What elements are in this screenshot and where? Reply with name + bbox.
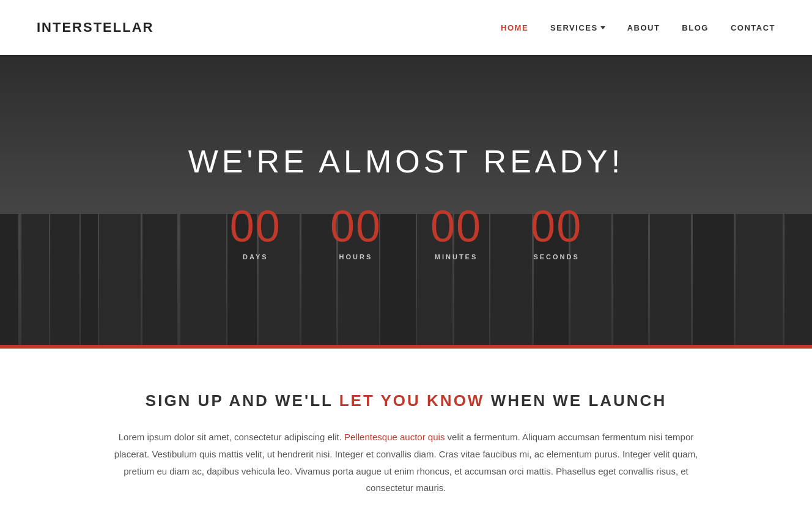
main-nav: HOME SERVICES ABOUT BLOG CONTACT	[501, 23, 775, 32]
seconds-label: SECONDS	[533, 253, 579, 261]
minutes-value: 00	[430, 204, 482, 248]
countdown-days: 00 DAYS	[230, 204, 281, 261]
heading-part2: WHEN WE LAUNCH	[491, 391, 667, 410]
days-value: 00	[230, 204, 281, 248]
hours-value: 00	[330, 204, 382, 248]
signup-section: SIGN UP AND WE'LL LET YOU KNOW WHEN WE L…	[0, 349, 812, 510]
nav-home[interactable]: HOME	[501, 23, 528, 32]
countdown-minutes: 00 MINUTES	[430, 204, 482, 261]
chevron-down-icon	[600, 26, 605, 29]
site-logo: INTERSTELLAR	[37, 20, 153, 35]
countdown-seconds: 00 SECONDS	[531, 204, 582, 261]
nav-services[interactable]: SERVICES	[550, 23, 605, 32]
seconds-value: 00	[531, 204, 582, 248]
section-heading: SIGN UP AND WE'LL LET YOU KNOW WHEN WE L…	[106, 391, 706, 410]
section-body: Lorem ipsum dolor sit amet, consectetur …	[106, 429, 706, 497]
body-link[interactable]: Pellentesque auctor quis	[344, 432, 447, 442]
countdown-hours: 00 HOURS	[330, 204, 382, 261]
nav-about[interactable]: ABOUT	[627, 23, 660, 32]
nav-blog[interactable]: BLOG	[682, 23, 709, 32]
body-text-intro: Lorem ipsum dolor sit amet, consectetur …	[119, 432, 342, 442]
days-label: DAYS	[243, 253, 268, 261]
minutes-label: MINUTES	[435, 253, 478, 261]
hero-title: WE'RE ALMOST READY!	[188, 143, 624, 180]
heading-part1: SIGN UP AND WE'LL	[146, 391, 333, 410]
hero-content: WE'RE ALMOST READY! 00 DAYS 00 HOURS 00 …	[188, 143, 624, 261]
hero-section: WE'RE ALMOST READY! 00 DAYS 00 HOURS 00 …	[0, 55, 812, 349]
site-header: INTERSTELLAR HOME SERVICES ABOUT BLOG CO…	[0, 0, 812, 55]
heading-highlight: LET YOU KNOW	[339, 391, 491, 410]
nav-contact[interactable]: CONTACT	[731, 23, 775, 32]
countdown: 00 DAYS 00 HOURS 00 MINUTES 00 SECONDS	[188, 204, 624, 261]
hours-label: HOURS	[339, 253, 373, 261]
